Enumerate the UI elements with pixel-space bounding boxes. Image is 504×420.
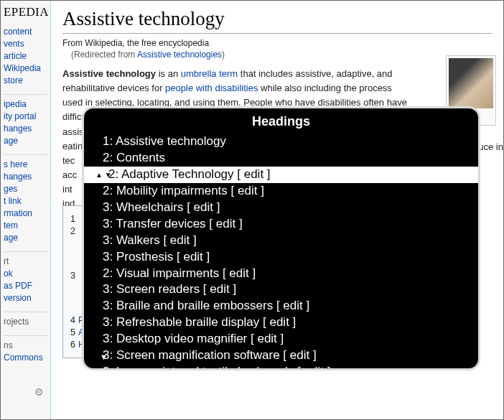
bold-term: Assistive technology (62, 68, 156, 79)
sidebar-item[interactable]: version (4, 293, 47, 303)
rotor-item[interactable]: 3: Prosthesis [ edit ] (84, 249, 478, 266)
sidebar-group-1: content vents article Wikipedia store (4, 27, 47, 85)
page-title: Assistive technology (62, 8, 492, 34)
sidebar-item[interactable]: rmation (4, 208, 47, 218)
sidebar-header: rt (4, 256, 47, 266)
sort-indicator-icon: ▲ ▼ (95, 172, 103, 177)
rotor-item[interactable]: 3: Desktop video magnifier [ edit ] (84, 331, 478, 347)
umbrella-link[interactable]: umbrella term (181, 68, 238, 79)
redirect-post: ) (222, 50, 225, 60)
sidebar-item[interactable]: age (4, 233, 47, 243)
sidebar-item[interactable]: ges (4, 184, 47, 194)
text: int (62, 184, 73, 195)
rotor-item[interactable]: 2: Mobility impairments [ edit ] (84, 183, 478, 200)
text: tec (62, 155, 75, 166)
left-sidebar: EPEDIA content vents article Wikipedia s… (1, 1, 51, 419)
sidebar-item[interactable]: age (4, 136, 47, 146)
sidebar-item[interactable]: content (4, 27, 47, 37)
sidebar-item[interactable]: ipedia (4, 99, 47, 109)
rotor-item-label: 3: Screen readers [ edit ] (103, 282, 236, 296)
rotor-item[interactable]: 3: Large-print and tactile keyboards [ e… (84, 364, 478, 370)
rotor-item-label: 2: Visual impairments [ edit ] (103, 266, 256, 280)
rotor-item-label: 3: Prosthesis [ edit ] (103, 250, 210, 263)
rotor-panel[interactable]: Headings 1: Assistive technology2: Conte… (82, 106, 480, 370)
rotor-item[interactable]: 3: Refreshable braille display [ edit ] (84, 314, 478, 331)
rotor-item[interactable]: 3: Screen readers [ edit ] (84, 281, 478, 298)
sidebar-item[interactable]: article (4, 51, 47, 61)
image-thumbnail[interactable] (449, 58, 493, 108)
text: is an (156, 68, 181, 79)
rotor-title: Headings (84, 108, 478, 134)
rotor-item[interactable]: 2: Visual impairments [ edit ] (84, 266, 478, 282)
sidebar-group-4: rt ok as PDF version (4, 256, 47, 303)
sidebar-item[interactable]: vents (4, 39, 47, 49)
rotor-item-label: 3: Desktop video magnifier [ edit ] (103, 332, 284, 345)
rotor-item[interactable]: 3: Transfer devices [ edit ] (84, 216, 478, 233)
rotor-item[interactable]: 3: Braille and braille embossers [ edit … (84, 298, 478, 314)
rotor-list[interactable]: 1: Assistive technology2: Contents▲ ▼2: … (84, 134, 478, 370)
rotor-item-label: 1: Assistive technology (103, 134, 226, 148)
sidebar-header: ns (4, 340, 47, 350)
rotor-item-label: 3: Screen magnification software [ edit … (103, 348, 317, 362)
rotor-item-label: 3: Walkers [ edit ] (103, 233, 197, 247)
sidebar-item[interactable]: t link (4, 196, 47, 206)
rotor-item[interactable]: ▲ ▼2: Adaptive Technology [ edit ] (84, 167, 478, 183)
sidebar-item[interactable]: ok (4, 269, 47, 279)
text: acc (62, 169, 77, 180)
sidebar-group-2: ipedia ity portal hanges age (4, 99, 47, 146)
sidebar-item[interactable]: store (4, 75, 47, 85)
pwd-link[interactable]: people with disabilities (165, 83, 258, 93)
rotor-item-label: 3: Braille and braille embossers [ edit … (103, 299, 309, 312)
rotor-item-label: 3: Transfer devices [ edit ] (103, 217, 243, 230)
rotor-item-label: 2: Adaptive Technology [ edit ] (108, 167, 271, 181)
sidebar-item[interactable]: ity portal (4, 111, 47, 121)
more-indicator-icon: ▼ (100, 353, 108, 361)
rotor-item-label: 3: Large-print and tactile keyboards [ e… (103, 365, 331, 370)
rotor-item[interactable]: 1: Assistive technology (84, 134, 478, 150)
redirect-link[interactable]: Assistive technologies (137, 50, 222, 60)
sidebar-group-3: s here hanges ges t link rmation tem age (4, 159, 47, 243)
gear-icon[interactable]: ⚙ (34, 386, 45, 396)
redirect-pre: (Redirected from (71, 50, 137, 60)
sidebar-item[interactable]: Commons (4, 353, 47, 363)
sidebar-item[interactable]: as PDF (4, 281, 47, 291)
rotor-item-label: 3: Refreshable braille display [ edit ] (103, 315, 296, 329)
sidebar-item[interactable]: Wikipedia (4, 63, 47, 73)
sidebar-item[interactable]: s here (4, 159, 47, 169)
rotor-item[interactable]: 3: Walkers [ edit ] (84, 233, 478, 249)
sidebar-header: rojects (4, 317, 47, 327)
sidebar-group-6: ns Commons (4, 340, 47, 363)
sidebar-item[interactable]: tem (4, 220, 47, 230)
site-logo-text: EPEDIA (4, 5, 47, 19)
rotor-item-label: 2: Mobility impairments [ edit ] (103, 184, 264, 197)
sidebar-item[interactable]: hanges (4, 123, 47, 134)
rotor-item[interactable]: 2: Contents (84, 150, 478, 167)
sidebar-group-5: rojects (4, 317, 47, 327)
redirect-note: (Redirected from Assistive technologies) (71, 50, 492, 60)
rotor-item[interactable]: 3: Wheelchairs [ edit ] (84, 200, 478, 216)
rotor-item-label: 3: Wheelchairs [ edit ] (103, 200, 220, 214)
sidebar-item[interactable]: hanges (4, 172, 47, 182)
subtitle: From Wikipedia, the free encyclopedia (62, 38, 492, 48)
rotor-item-label: 2: Contents (103, 151, 165, 164)
rotor-item[interactable]: 3: Screen magnification software [ edit … (84, 347, 478, 364)
